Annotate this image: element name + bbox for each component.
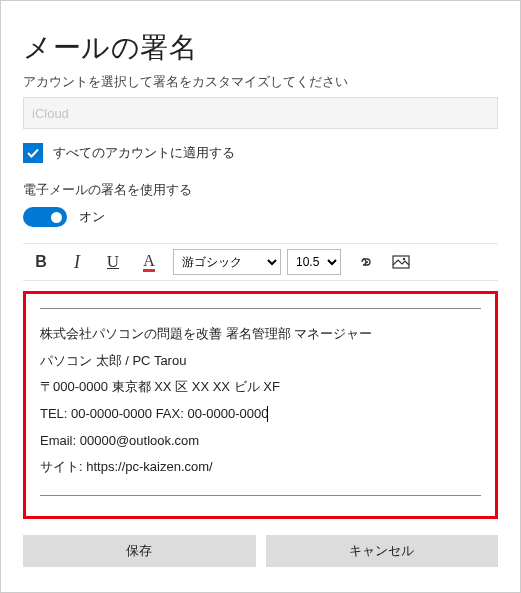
signature-line: Email: 00000@outlook.com <box>40 428 481 455</box>
save-button[interactable]: 保存 <box>23 535 256 567</box>
font-color-button[interactable]: A <box>131 244 167 280</box>
signature-line: パソコン 太郎 / PC Tarou <box>40 348 481 375</box>
text-caret <box>267 406 268 422</box>
font-family-select[interactable]: 游ゴシック <box>173 249 281 275</box>
signature-line: サイト: https://pc-kaizen.com/ <box>40 454 481 481</box>
account-select[interactable]: iCloud <box>23 97 498 129</box>
apply-all-label: すべてのアカウントに適用する <box>53 144 235 162</box>
bold-button[interactable]: B <box>23 244 59 280</box>
signature-line: 株式会社パソコンの問題を改善 署名管理部 マネージャー <box>40 321 481 348</box>
signature-editor[interactable]: 株式会社パソコンの問題を改善 署名管理部 マネージャーパソコン 太郎 / PC … <box>40 321 481 481</box>
use-signature-row: オン <box>23 207 498 227</box>
signature-settings-panel: メールの署名 アカウントを選択して署名をカスタマイズしてください iCloud … <box>1 1 520 592</box>
signature-editor-highlight: 株式会社パソコンの問題を改善 署名管理部 マネージャーパソコン 太郎 / PC … <box>23 291 498 519</box>
footer-buttons: 保存 キャンセル <box>23 535 498 567</box>
svg-point-1 <box>403 258 405 260</box>
cancel-button[interactable]: キャンセル <box>266 535 499 567</box>
font-color-letter: A <box>143 253 155 272</box>
underline-button[interactable]: U <box>95 244 131 280</box>
format-toolbar: B I U A 游ゴシック 10.5 <box>23 243 498 281</box>
italic-button[interactable]: I <box>59 244 95 280</box>
toggle-state-text: オン <box>79 208 105 226</box>
image-icon <box>392 255 410 269</box>
use-signature-label: 電子メールの署名を使用する <box>23 181 498 199</box>
signature-line: TEL: 00-0000-0000 FAX: 00-0000-0000 <box>40 401 481 428</box>
page-subtitle: アカウントを選択して署名をカスタマイズしてください <box>23 73 498 91</box>
page-title: メールの署名 <box>23 29 498 67</box>
signature-divider-bottom <box>40 495 481 496</box>
link-button[interactable] <box>347 244 383 280</box>
font-size-select[interactable]: 10.5 <box>287 249 341 275</box>
use-signature-toggle[interactable] <box>23 207 67 227</box>
apply-all-row[interactable]: すべてのアカウントに適用する <box>23 143 498 163</box>
signature-line: 〒000-0000 東京都 XX 区 XX XX ビル XF <box>40 374 481 401</box>
link-icon <box>356 255 374 269</box>
signature-divider-top <box>40 308 481 309</box>
image-button[interactable] <box>383 244 419 280</box>
apply-all-checkbox[interactable] <box>23 143 43 163</box>
check-icon <box>26 146 40 160</box>
